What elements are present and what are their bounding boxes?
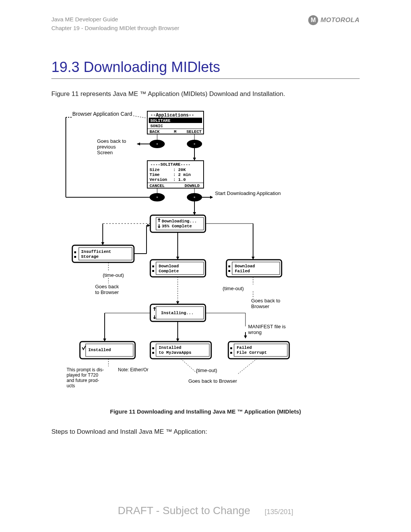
svg-point-20 (194, 197, 195, 198)
svg-rect-64 (228, 265, 230, 267)
svg-marker-14 (193, 158, 196, 161)
timeout-1: (time-out) (103, 272, 124, 278)
svg-line-98 (181, 359, 198, 374)
goes-back-bottom: Goes back to Browser (188, 378, 237, 384)
steps-intro: Steps to Download and Install Java ME ™ … (51, 428, 360, 436)
svg-text:Insufficient: Insufficient (81, 249, 111, 254)
label-browser-card: Browser Application Card (72, 111, 132, 117)
goes-back-b1: Goes back (95, 284, 119, 289)
phone-installed-apps: Installed to MyJavaApps (150, 342, 211, 359)
browser-word: Browser (251, 304, 269, 309)
cancel-lbl: CANCEL (150, 184, 165, 188)
prompt-2: played for T720 (67, 372, 98, 378)
phone-installing: Installing... (150, 304, 206, 321)
phone-downloading: Downloading... 35% Complete (150, 215, 206, 232)
details-title: ----SOLITARE---- (150, 162, 191, 167)
apps-item2: SONIC (150, 124, 163, 128)
svg-text:Installed: Installed (88, 348, 111, 352)
svg-marker-27 (210, 196, 213, 199)
svg-text:Storage: Storage (81, 254, 99, 259)
apps-m: M (174, 129, 177, 134)
apps-back: BACK (150, 129, 160, 134)
phone-insufficient: Insufficient Storage (72, 245, 134, 262)
svg-text:File Corrupt: File Corrupt (237, 350, 267, 355)
svg-rect-90 (152, 352, 154, 354)
svg-text:Complete: Complete (159, 269, 179, 273)
svg-rect-89 (152, 347, 154, 349)
phone-file-corrupt: Failed File Corrupt (228, 342, 289, 359)
header-text: Java ME Developer Guide Chapter 19 - Dow… (51, 15, 179, 32)
phone-installed: Installed (80, 342, 135, 359)
figure-container: Browser Application Card --Applications-… (51, 107, 360, 415)
svg-marker-12 (137, 142, 140, 145)
svg-text:35% Complete: 35% Complete (162, 224, 192, 228)
start-download: Start Downloading Application (215, 190, 281, 196)
motorola-icon: M (308, 15, 318, 25)
timeout-2: (time-out) (223, 286, 244, 291)
svg-marker-74 (244, 335, 247, 339)
goes-back-single: Goes back to (251, 298, 280, 304)
ver-l: Version (150, 177, 167, 182)
svg-text:Downloading...: Downloading... (162, 219, 197, 224)
doc-title: Java ME Developer Guide (51, 15, 179, 24)
apps-select: SELECT (186, 129, 202, 134)
svg-text:Installed: Installed (159, 345, 181, 350)
svg-point-18 (156, 197, 158, 198)
goes-back-b2: to Browser (95, 289, 119, 295)
goes-back-prev-1: Goes back to (97, 138, 126, 144)
time-l: Time (150, 173, 160, 177)
download-lbl: DOWNLD (185, 184, 200, 188)
prompt-4: ucts (67, 383, 75, 388)
phone-complete: Download Complete (150, 260, 206, 277)
page-header: Java ME Developer Guide Chapter 19 - Dow… (51, 15, 360, 32)
size-v: : 20K (173, 168, 186, 172)
prompt-3: and future prod- (67, 378, 99, 383)
svg-text:Failed: Failed (235, 269, 250, 273)
manifest-2: wrong (248, 329, 261, 335)
figure-caption: Figure 11 Downloading and Installing Jav… (51, 408, 360, 415)
time-v: : 2 min (173, 173, 191, 177)
apps-title: --Applications-- (150, 113, 194, 118)
draft-text: DRAFT - Subject to Change (118, 505, 250, 516)
phone-failed: Download Failed (226, 260, 282, 277)
svg-rect-46 (74, 251, 76, 253)
svg-text:to MyJavaApps: to MyJavaApps (159, 350, 191, 355)
goes-back-prev-2: previous (97, 144, 116, 150)
page-footer: DRAFT - Subject to Change [135/201] (0, 505, 411, 517)
brand-logo: M MOTOROLA (308, 15, 360, 25)
svg-line-99 (238, 359, 257, 374)
size-l: Size (150, 168, 160, 172)
svg-text:Installing...: Installing... (161, 311, 194, 315)
svg-rect-65 (228, 270, 230, 272)
svg-rect-96 (230, 352, 232, 354)
manifest-1: MANIFEST file is (248, 324, 286, 329)
chapter-title: Chapter 19 - Downloading MIDlet through … (51, 24, 179, 33)
svg-text:Failed: Failed (237, 345, 252, 350)
ver-v: : 1.0 (173, 177, 186, 182)
svg-point-6 (156, 143, 158, 145)
timeout-3: (time-out) (196, 367, 217, 373)
goes-back-prev-3: Screen (97, 150, 113, 155)
flowchart-diagram: Browser Application Card --Applications-… (59, 107, 304, 399)
svg-rect-47 (74, 256, 76, 258)
prompt-1: This prompt is dis- (67, 367, 104, 372)
page-number: [135/201] (264, 508, 293, 516)
svg-point-8 (194, 143, 195, 145)
svg-text:Download: Download (159, 264, 179, 268)
svg-rect-58 (152, 265, 154, 267)
svg-line-1 (133, 116, 147, 118)
heading-rule (51, 78, 360, 79)
svg-rect-59 (152, 270, 154, 272)
section-heading: 19.3 Downloading MIDlets (51, 59, 360, 75)
intro-paragraph: Figure 11 represents Java ME ™ Applicati… (51, 90, 360, 98)
svg-rect-95 (230, 347, 232, 349)
brand-name: MOTOROLA (320, 16, 360, 24)
note-either: Note: Either/Or (118, 367, 148, 372)
apps-item1: SOLITARE (150, 118, 170, 123)
svg-text:Download: Download (235, 264, 255, 268)
